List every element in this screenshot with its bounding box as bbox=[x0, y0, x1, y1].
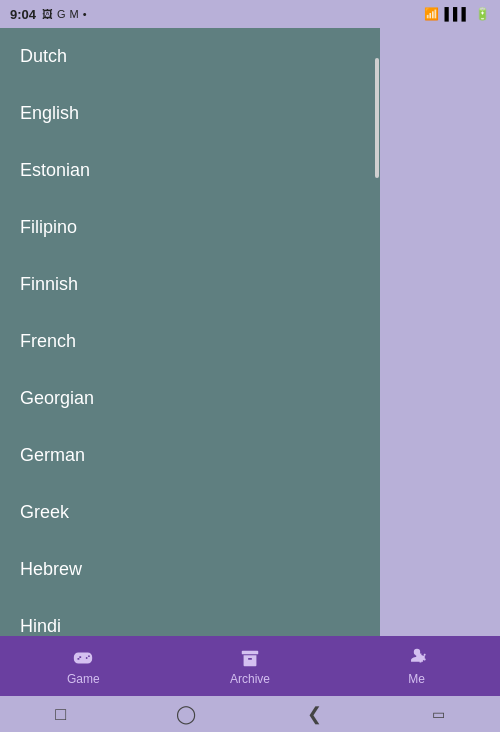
system-nav: □ ◯ ❮ ▭ bbox=[0, 696, 500, 732]
nav-item-archive[interactable]: Archive bbox=[167, 647, 334, 686]
right-panel bbox=[380, 28, 500, 636]
language-item[interactable]: Hindi bbox=[0, 598, 380, 636]
signal-icon: ▌▌▌ bbox=[444, 7, 470, 21]
language-panel: DutchEnglishEstonianFilipinoFinnishFrenc… bbox=[0, 28, 380, 636]
wifi-icon: 📶 bbox=[424, 7, 439, 21]
language-item[interactable]: Filipino bbox=[0, 199, 380, 256]
game-icon bbox=[72, 647, 94, 669]
language-item[interactable]: Hebrew bbox=[0, 541, 380, 598]
back-button[interactable]: ❮ bbox=[307, 703, 322, 725]
status-bar: 9:04 🖼 G M • 📶 ▌▌▌ 🔋 bbox=[0, 0, 500, 28]
language-item[interactable]: German bbox=[0, 427, 380, 484]
language-item[interactable]: Dutch bbox=[0, 28, 380, 85]
status-bar-right: 📶 ▌▌▌ 🔋 bbox=[424, 7, 490, 21]
language-item[interactable]: Finnish bbox=[0, 256, 380, 313]
nav-label-archive: Archive bbox=[230, 672, 270, 686]
settings-icon bbox=[406, 647, 428, 669]
google-icon: G bbox=[57, 8, 66, 20]
battery-icon: 🔋 bbox=[475, 7, 490, 21]
camera-icon: 🖼 bbox=[42, 8, 53, 20]
dot-icon: • bbox=[83, 8, 87, 20]
mail-icon: M bbox=[70, 8, 79, 20]
language-item[interactable]: Georgian bbox=[0, 370, 380, 427]
language-list[interactable]: DutchEnglishEstonianFilipinoFinnishFrenc… bbox=[0, 28, 380, 636]
nav-item-game[interactable]: Game bbox=[0, 647, 167, 686]
bottom-nav: Game Archive Me bbox=[0, 636, 500, 696]
language-item[interactable]: Estonian bbox=[0, 142, 380, 199]
language-item[interactable]: Greek bbox=[0, 484, 380, 541]
archive-icon bbox=[239, 647, 261, 669]
status-time: 9:04 bbox=[10, 7, 36, 22]
home-button[interactable]: ◯ bbox=[176, 703, 196, 725]
language-item[interactable]: English bbox=[0, 85, 380, 142]
main-content: DutchEnglishEstonianFilipinoFinnishFrenc… bbox=[0, 28, 500, 636]
scrollbar-track bbox=[374, 58, 380, 606]
scrollbar-thumb bbox=[375, 58, 379, 178]
language-item[interactable]: French bbox=[0, 313, 380, 370]
nav-item-me[interactable]: Me bbox=[333, 647, 500, 686]
status-bar-left: 9:04 🖼 G M • bbox=[10, 7, 87, 22]
nav-label-me: Me bbox=[408, 672, 425, 686]
status-icons: 🖼 G M • bbox=[42, 8, 87, 20]
nav-label-game: Game bbox=[67, 672, 100, 686]
recent-apps-button[interactable]: □ bbox=[55, 704, 66, 725]
screenshot-button[interactable]: ▭ bbox=[432, 706, 445, 722]
